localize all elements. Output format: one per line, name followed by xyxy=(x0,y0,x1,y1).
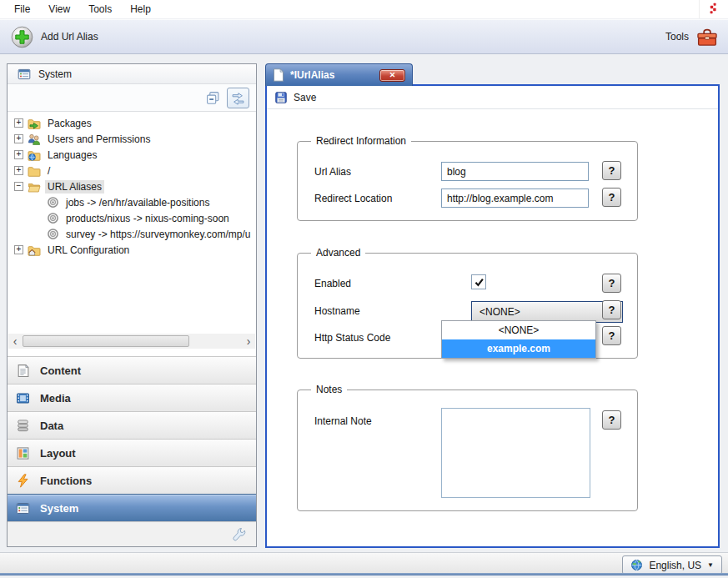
close-tab-button[interactable]: ✕ xyxy=(379,69,405,82)
sync-arrows-icon xyxy=(231,91,245,105)
tree-item-label: jobs -> /en/hr/available-positions xyxy=(63,196,212,209)
tab-title: *IUrlAlias xyxy=(290,69,374,81)
accordion-label: Content xyxy=(40,364,81,377)
accordion-item-functions[interactable]: Functions xyxy=(8,466,256,494)
internal-note-help-button[interactable]: ? xyxy=(602,410,621,430)
http-status-code-help-button[interactable]: ? xyxy=(602,326,621,345)
accordion-label: Layout xyxy=(40,447,76,460)
url-alias-help-button[interactable]: ? xyxy=(602,161,621,180)
tools-label: Tools xyxy=(665,31,689,43)
group-legend: Redirect Information xyxy=(311,135,411,147)
scroll-left-icon[interactable]: ‹ xyxy=(8,334,22,348)
accordion-label: System xyxy=(40,502,78,515)
add-url-alias-label: Add Url Alias xyxy=(41,31,98,43)
tree-item-label: URL Aliases xyxy=(45,180,104,194)
accordion-item-media[interactable]: Media xyxy=(8,384,256,411)
sidebar-title: System xyxy=(38,68,72,80)
tree-item-label: survey -> https://surveymonkey.com/mp/u xyxy=(63,228,254,241)
scrollbar-thumb[interactable] xyxy=(23,335,189,347)
tree-item-languages[interactable]: + Languages xyxy=(8,147,256,163)
tree-item-label: / xyxy=(45,164,53,178)
url-configuration-folder-icon xyxy=(28,244,41,257)
enabled-checkbox[interactable] xyxy=(471,274,486,289)
menu-tools[interactable]: Tools xyxy=(79,1,121,18)
system-icon xyxy=(16,501,29,515)
tree-item-packages[interactable]: + Packages xyxy=(8,115,256,131)
save-button[interactable]: Save xyxy=(267,86,718,109)
sidebar-footer xyxy=(8,521,256,546)
expander-icon[interactable]: − xyxy=(14,182,23,191)
expander-icon[interactable]: + xyxy=(14,245,23,254)
perspective-accordion: Content Media xyxy=(8,356,256,521)
tree-item-alias-jobs[interactable]: jobs -> /en/hr/available-positions xyxy=(8,194,256,210)
tree-item-url-configuration[interactable]: + URL Configuration xyxy=(8,242,256,258)
internal-note-textarea[interactable] xyxy=(441,408,590,498)
language-label: English, US xyxy=(649,560,701,571)
redirect-information-group: Redirect Information Url Alias ? Redirec… xyxy=(297,141,638,221)
accordion-item-system[interactable]: System xyxy=(8,494,256,521)
tree-item-label: products/nixus -> nixus-coming-soon xyxy=(63,212,232,225)
hostname-dropdown-list: <NONE> example.com xyxy=(441,320,596,359)
tree-item-url-aliases[interactable]: − URL Aliases xyxy=(8,178,256,194)
tools-button[interactable]: Tools xyxy=(665,27,718,47)
expander-icon[interactable]: + xyxy=(14,134,23,143)
scroll-right-icon[interactable]: › xyxy=(242,334,255,348)
tree-item-alias-survey[interactable]: survey -> https://surveymonkey.com/mp/u xyxy=(8,226,256,242)
redirect-location-input[interactable] xyxy=(441,188,589,208)
folder-icon xyxy=(28,164,41,178)
hostname-help-button[interactable]: ? xyxy=(602,300,621,319)
status-bar: English, US ▼ xyxy=(0,552,728,575)
system-tree: + Packages + Users and Permissions xyxy=(8,112,256,334)
tree-toolbar xyxy=(8,84,256,112)
expander-icon[interactable]: + xyxy=(14,118,23,128)
url-alias-input[interactable] xyxy=(441,162,589,181)
open-folder-icon xyxy=(28,180,41,194)
group-legend: Advanced xyxy=(311,247,365,259)
functions-icon xyxy=(16,474,29,487)
expander-icon[interactable]: + xyxy=(14,166,23,175)
tree-item-label: URL Configuration xyxy=(45,244,132,257)
document-body: Save Redirect Information Url Alias ? Re… xyxy=(265,84,720,548)
expander-icon[interactable]: + xyxy=(14,150,23,159)
save-icon xyxy=(274,91,288,104)
add-url-alias-button[interactable]: Add Url Alias xyxy=(11,26,98,48)
tree-item-alias-products-nixus[interactable]: products/nixus -> nixus-coming-soon xyxy=(8,210,256,226)
http-status-code-label: Http Status Code xyxy=(314,332,390,344)
menu-help[interactable]: Help xyxy=(121,1,160,18)
system-window-icon xyxy=(18,68,31,81)
accordion-item-layout[interactable]: Layout xyxy=(8,439,256,466)
tree-horizontal-scrollbar[interactable]: ‹ › xyxy=(8,334,255,349)
language-selector-button[interactable]: English, US ▼ xyxy=(622,555,722,575)
accordion-item-content[interactable]: Content xyxy=(8,356,256,384)
content-icon xyxy=(16,364,29,377)
wrench-icon xyxy=(232,527,246,543)
enabled-label: Enabled xyxy=(314,278,351,289)
menu-view[interactable]: View xyxy=(39,1,79,18)
collapse-all-button[interactable] xyxy=(203,88,223,108)
url-alias-label: Url Alias xyxy=(314,166,351,178)
collapse-all-icon xyxy=(206,91,220,105)
accordion-label: Media xyxy=(40,392,71,405)
tree-item-label: Packages xyxy=(45,117,94,130)
tree-item-label: Languages xyxy=(45,148,99,162)
notes-group: Notes Internal Note ? xyxy=(297,390,638,511)
layout-icon xyxy=(16,446,29,460)
document-page-icon xyxy=(273,68,284,82)
accordion-item-data[interactable]: Data xyxy=(8,411,256,439)
menu-file[interactable]: File xyxy=(5,1,39,18)
menu-bar: File View Tools Help xyxy=(0,0,728,18)
packages-folder-icon xyxy=(28,117,41,130)
developer-tools-button[interactable] xyxy=(232,527,246,543)
sync-tree-button[interactable] xyxy=(227,88,249,108)
tree-item-root-slash[interactable]: + / xyxy=(8,163,256,178)
redirect-location-help-button[interactable]: ? xyxy=(602,188,621,207)
users-icon xyxy=(28,133,41,146)
tab-iurlalias[interactable]: *IUrlAlias ✕ xyxy=(265,63,413,86)
dropdown-option-example-com[interactable]: example.com xyxy=(442,339,595,358)
tree-item-label: Users and Permissions xyxy=(45,133,153,146)
enabled-help-button[interactable]: ? xyxy=(602,274,621,293)
alias-target-icon xyxy=(47,228,59,240)
tree-item-users-and-permissions[interactable]: + Users and Permissions xyxy=(8,131,256,147)
dropdown-option-none[interactable]: <NONE> xyxy=(442,321,595,339)
scrollbar-track[interactable] xyxy=(22,335,242,347)
